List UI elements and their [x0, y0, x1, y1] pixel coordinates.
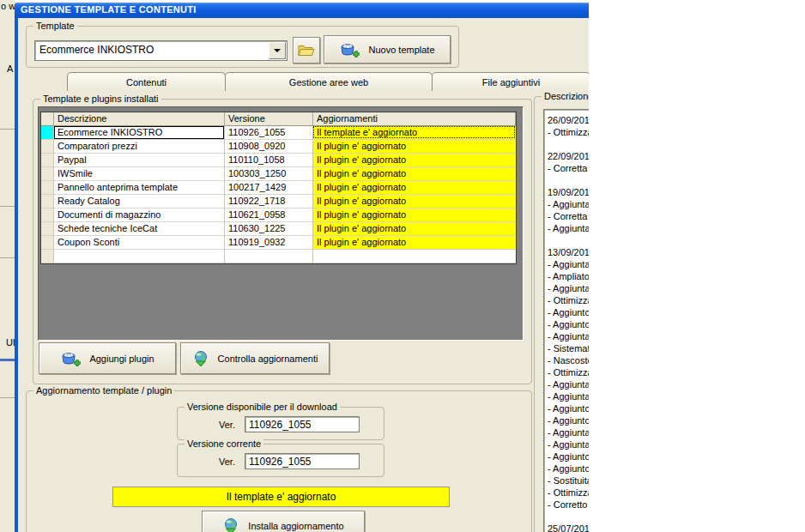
tab-gestione-aree-web[interactable]: Gestione aree web — [225, 72, 433, 91]
description-group-label: Descrizione — [542, 91, 589, 101]
template-combobox[interactable]: Ecommerce INKIOSTRO — [34, 40, 288, 61]
cell-aggiornamenti: Il plugin e' aggiornato — [313, 154, 516, 167]
tab-label: Gestione aree web — [289, 77, 368, 88]
background-divider — [0, 397, 15, 398]
current-version-input[interactable] — [245, 453, 360, 469]
table-row[interactable] — [41, 250, 516, 263]
download-version-input[interactable] — [245, 416, 360, 432]
description-line: - Sistemate — [548, 342, 589, 354]
tab-label: File aggiuntivi — [482, 77, 540, 88]
template-group-label: Template — [33, 21, 77, 31]
cell-versione: 110926_1055 — [225, 126, 313, 140]
table-header: Descrizione Versione Aggiornamenti — [41, 112, 516, 126]
screen: { "window": { "title": "GESTIONE TEMPLAT… — [0, 0, 805, 532]
add-plugin-label: Aggiungi plugin — [89, 354, 154, 364]
table-row[interactable]: Comparatori prezzi110908_0920Il plugin e… — [41, 140, 516, 154]
current-version-label: Versione corrente — [185, 438, 263, 449]
cell-versione: 110922_1718 — [225, 195, 313, 209]
download-version-label: Versione disponibile per il download — [185, 402, 340, 412]
cell-versione: 110621_0958 — [225, 209, 313, 222]
new-template-button[interactable]: Nuovo template — [324, 35, 451, 63]
cell-aggiornamenti: Il plugin e' aggiornato — [313, 140, 516, 154]
row-indicator — [41, 167, 54, 181]
cell-aggiornamenti: Il template e' aggiornato — [313, 126, 516, 140]
window-border-left — [15, 18, 18, 532]
description-line: - Aggiunto — [548, 450, 589, 462]
background-divider — [0, 257, 15, 258]
install-update-button[interactable]: Installa aggiornamento — [202, 511, 365, 532]
cell-descrizione: Schede tecniche IceCat — [54, 222, 225, 236]
cell-descrizione: Ready Catalog — [54, 195, 225, 209]
description-line: - Corretta — [548, 210, 589, 222]
description-line: - Aggiunta — [548, 390, 589, 402]
row-indicator — [41, 222, 54, 236]
globe-download-icon — [192, 350, 209, 367]
description-list[interactable]: 26/09/2011- Ottimizza 22/09/2011- Corret… — [543, 109, 589, 532]
description-line: - Ottimizza — [548, 126, 589, 138]
globe-download-icon — [222, 517, 239, 532]
row-indicator — [41, 126, 54, 140]
table-row[interactable]: IWSmile100303_1250Il plugin e' aggiornat… — [41, 167, 516, 181]
add-plugin-button[interactable]: Aggiungi plugin — [39, 342, 176, 374]
cell-descrizione: Comparatori prezzi — [54, 140, 225, 154]
cell-descrizione: IWSmile — [54, 167, 225, 181]
table-row[interactable]: Pannello anteprima template100217_1429Il… — [41, 181, 516, 195]
background-divider — [0, 129, 15, 130]
background-text-fragment: Ul — [6, 337, 15, 348]
description-line — [548, 234, 589, 246]
row-indicator — [41, 181, 54, 195]
plugins-table[interactable]: Descrizione Versione Aggiornamenti Ecomm… — [40, 112, 517, 264]
description-line: 19/09/2011 — [548, 186, 589, 198]
cell-aggiornamenti: Il plugin e' aggiornato — [313, 167, 516, 181]
download-version-groupbox: Versione disponibile per il download Ver… — [177, 407, 384, 440]
table-row[interactable]: Ready Catalog110922_1718Il plugin e' agg… — [41, 195, 516, 209]
description-line: - Nascoste — [548, 354, 589, 366]
table-row[interactable]: Ecommerce INKIOSTRO110926_1055Il templat… — [41, 126, 516, 140]
header-versione: Versione — [225, 112, 313, 126]
cell-versione — [225, 250, 313, 263]
description-line: - Corretto — [548, 499, 589, 511]
cell-aggiornamenti: Il plugin e' aggiornato — [313, 181, 516, 195]
combo-dropdown-button[interactable] — [269, 42, 286, 59]
window-titlebar[interactable]: GESTIONE TEMPLATE E CONTENUTI — [15, 3, 589, 18]
description-line: - Aggiunta — [548, 426, 589, 438]
header-aggiornamenti: Aggiornamenti — [313, 112, 516, 126]
cell-aggiornamenti: Il plugin e' aggiornato — [313, 236, 516, 250]
description-line: - Aggiunta — [548, 198, 589, 210]
new-template-label: Nuovo template — [368, 45, 434, 55]
description-line: 13/09/2011 — [548, 246, 589, 258]
background-text-fragment: o w — [1, 1, 15, 11]
background-window-strip: o w A Ul — [0, 0, 15, 532]
tab-contenuti[interactable]: Contenuti — [67, 72, 226, 91]
folder-icon — [298, 44, 315, 57]
description-line: 22/09/2011 — [548, 150, 589, 162]
table-row[interactable]: Coupon Sconti110919_0932Il plugin e' agg… — [41, 236, 516, 250]
cell-aggiornamenti: Il plugin e' aggiornato — [313, 195, 516, 209]
description-line: - Aggiunta — [548, 282, 589, 294]
background-divider — [0, 206, 15, 207]
row-indicator — [41, 236, 54, 250]
row-indicator — [41, 195, 54, 209]
cell-aggiornamenti: Il plugin e' aggiornato — [313, 209, 516, 222]
cell-versione: 110919_0932 — [225, 236, 313, 250]
cell-versione: 110630_1225 — [225, 222, 313, 236]
description-line: - Ottimizza — [548, 294, 589, 306]
tab-file-aggiuntivi[interactable]: File aggiuntivi — [432, 72, 589, 91]
row-indicator — [41, 154, 54, 167]
description-groupbox: Descrizione 26/09/2011- Ottimizza 22/09/… — [534, 96, 589, 532]
description-line: - Aggiunta — [548, 330, 589, 342]
ver-label: Ver. — [219, 456, 235, 467]
table-row[interactable]: Schede tecniche IceCat110630_1225Il plug… — [41, 222, 516, 236]
check-updates-button[interactable]: Controlla aggiornamenti — [180, 342, 330, 374]
description-line: - Aggiunta — [548, 222, 589, 234]
table-row[interactable]: Documenti di magazzino110621_0958Il plug… — [41, 209, 516, 222]
table-row[interactable]: Paypal110110_1058Il plugin e' aggiornato — [41, 154, 516, 167]
background-text-fragment: A — [7, 63, 13, 74]
open-folder-button[interactable] — [293, 37, 320, 63]
ver-label: Ver. — [219, 420, 235, 430]
cell-descrizione: Pannello anteprima template — [54, 181, 225, 195]
cell-descrizione — [54, 250, 225, 263]
row-indicator — [41, 250, 54, 263]
description-line — [548, 174, 589, 186]
dialog-window: GESTIONE TEMPLATE E CONTENUTI Template E… — [15, 3, 589, 532]
